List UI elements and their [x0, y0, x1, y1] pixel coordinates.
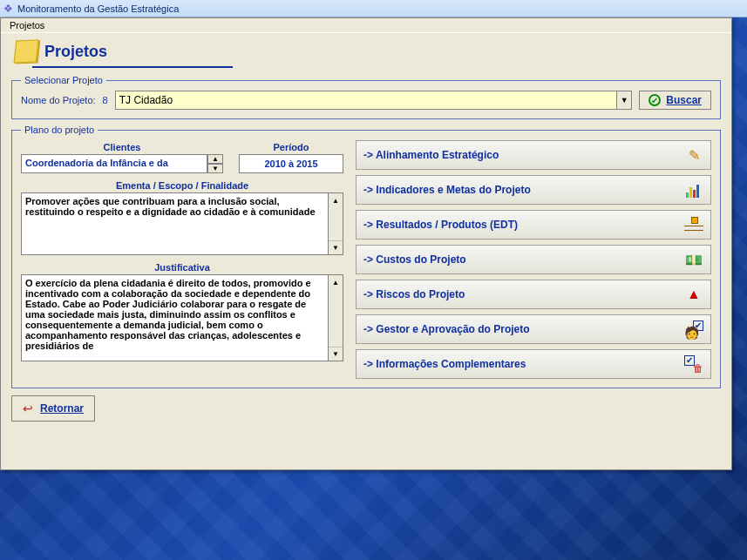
nav-resultados-produtos[interactable]: -> Resultados / Produtos (EDT)	[356, 210, 711, 240]
nav-indicadores-metas[interactable]: -> Indicadores e Metas do Projeto	[356, 175, 711, 205]
retornar-label: Retornar	[40, 402, 84, 415]
clientes-value[interactable]: Coordenadoria da Infância e da	[21, 154, 207, 173]
legend-selecionar-projeto: Selecionar Projeto	[21, 75, 106, 85]
nav-alinhamento-estrategico[interactable]: -> Alinhamento Estratégico ✎	[356, 140, 711, 170]
legend-plano-projeto: Plano do projeto	[21, 125, 98, 135]
nav-alinhamento-label: -> Alinhamento Estratégico	[363, 149, 682, 161]
chart-icon	[682, 179, 705, 200]
clientes-spinner: ▲ ▼	[207, 154, 223, 173]
buscar-button[interactable]: ✔ Buscar	[639, 91, 711, 110]
nav-indicadores-label: -> Indicadores e Metas do Projeto	[363, 184, 682, 196]
ementa-scrollbar: ▲ ▼	[329, 192, 343, 255]
buscar-label: Buscar	[666, 94, 702, 106]
nav-resultados-label: -> Resultados / Produtos (EDT)	[363, 219, 682, 231]
check-icon: ✔	[649, 94, 661, 106]
nav-informacoes-complementares[interactable]: -> Informações Complementares	[356, 349, 711, 379]
header-divider	[32, 66, 233, 68]
project-name-input[interactable]	[115, 91, 617, 110]
nav-custos-projeto[interactable]: -> Custos do Projeto 💵	[356, 245, 711, 274]
nav-complementares-label: -> Informações Complementares	[363, 358, 682, 370]
page-header: Projetos	[15, 40, 717, 63]
fieldset-plano-projeto: Plano do projeto Clientes Coordenadoria …	[11, 125, 721, 388]
clientes-selector: Coordenadoria da Infância e da ▲ ▼	[21, 154, 223, 173]
periodo-value: 2010 à 2015	[239, 154, 343, 173]
just-scroll-down[interactable]: ▼	[329, 347, 343, 361]
projects-icon	[14, 40, 39, 64]
fieldset-selecionar-projeto: Selecionar Projeto Nome do Projeto: 8 ▼ …	[11, 75, 721, 119]
label-nome-projeto: Nome do Projeto:	[21, 95, 96, 105]
money-icon: 💵	[682, 249, 705, 270]
nav-custos-label: -> Custos do Projeto	[363, 253, 682, 266]
head-ementa: Ementa / Escopo / Finalidade	[21, 180, 343, 191]
nav-riscos-label: -> Riscos do Projeto	[363, 288, 682, 300]
page-title: Projetos	[44, 43, 107, 61]
head-clientes: Clientes	[21, 142, 223, 152]
menu-item-projetos[interactable]: Projetos	[6, 19, 48, 31]
retornar-button[interactable]: ↩ Retornar	[11, 395, 95, 422]
ementa-scroll-up[interactable]: ▲	[329, 193, 343, 207]
nav-gestor-label: -> Gestor e Aprovação do Projeto	[363, 323, 682, 335]
label-projeto-number: 8	[103, 95, 108, 105]
nav-riscos-projeto[interactable]: -> Riscos do Projeto ▲	[356, 280, 711, 309]
main-window: Projetos Projetos Selecionar Projeto Nom…	[0, 17, 732, 470]
head-periodo: Período	[239, 142, 343, 152]
nav-gestor-aprovacao[interactable]: -> Gestor e Aprovação do Projeto	[356, 314, 711, 344]
approval-icon	[682, 319, 705, 340]
ementa-textarea[interactable]: Promover ações que contribuam para a inc…	[21, 192, 329, 255]
head-justificativa: Justificativa	[21, 262, 343, 273]
edit-icon: ✎	[682, 145, 705, 165]
project-name-combo: ▼	[115, 91, 633, 110]
justificativa-textarea[interactable]: O exercício da plena cidadania é direito…	[21, 274, 329, 361]
justificativa-scrollbar: ▲ ▼	[329, 274, 343, 361]
warning-icon: ▲	[682, 284, 705, 305]
info-extra-icon	[682, 354, 705, 374]
window-title: Monitoramento da Gestão Estratégica	[16, 3, 179, 14]
org-chart-icon	[682, 214, 705, 235]
return-arrow-icon: ↩	[23, 401, 33, 415]
clientes-down-button[interactable]: ▼	[207, 164, 223, 173]
clientes-up-button[interactable]: ▲	[207, 154, 223, 164]
app-icon: ❖	[0, 3, 16, 15]
ementa-scroll-down[interactable]: ▼	[329, 240, 343, 254]
window-titlebar: ❖ Monitoramento da Gestão Estratégica	[0, 0, 747, 17]
project-name-dropdown-button[interactable]: ▼	[616, 91, 632, 110]
menubar: Projetos	[1, 18, 731, 33]
just-scroll-up[interactable]: ▲	[329, 275, 343, 289]
